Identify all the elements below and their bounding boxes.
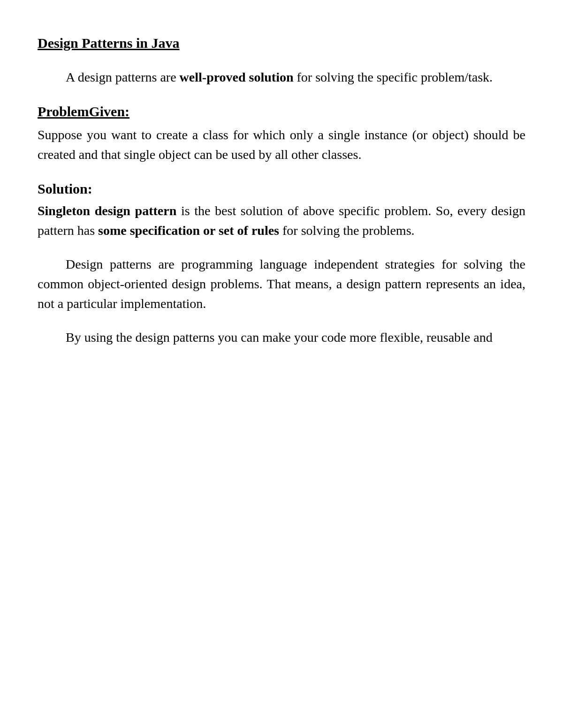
solution-body: Singleton design pattern is the best sol…: [38, 201, 525, 240]
intro-text-after-bold: for solving the specific problem/task.: [294, 70, 493, 84]
solution-bold-middle: some specification or set of rules: [98, 223, 279, 238]
problem-heading: ProblemGiven:: [38, 101, 525, 122]
solution-text-after-middle: for solving the problems.: [279, 223, 415, 238]
page-container: Design Patterns in Java A design pattern…: [38, 33, 525, 347]
intro-bold-text: well-proved solution: [180, 70, 294, 84]
main-title: Design Patterns in Java: [38, 33, 525, 53]
intro-paragraph: A design patterns are well-proved soluti…: [38, 68, 525, 87]
solution-heading: Solution:: [38, 179, 525, 199]
intro-text-before-bold: A design patterns are: [66, 70, 180, 84]
problem-body: Suppose you want to create a class for w…: [38, 125, 525, 165]
paragraph2: Design patterns are programming language…: [38, 255, 525, 314]
solution-bold-start: Singleton design pattern: [38, 203, 176, 218]
paragraph3: By using the design patterns you can mak…: [38, 328, 525, 347]
